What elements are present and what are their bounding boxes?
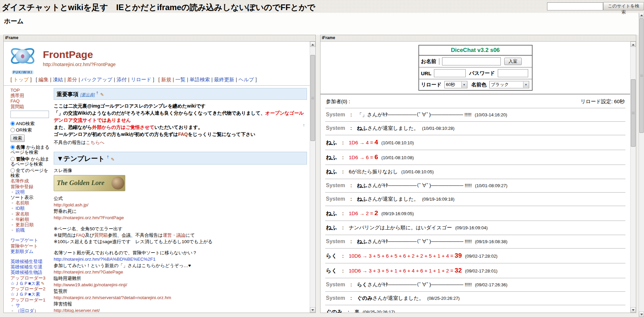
radio-button[interactable] bbox=[10, 121, 15, 126]
wiki-nav-link[interactable]: バックアップ bbox=[81, 77, 112, 82]
scroll-down-arrow-icon[interactable] bbox=[310, 307, 315, 313]
sidebar-link[interactable]: 質問箱 bbox=[10, 104, 24, 109]
sidebar-link[interactable]: 説明 bbox=[16, 190, 25, 195]
radio-button[interactable] bbox=[10, 128, 15, 132]
wiki-nav-link[interactable]: 単語検索 bbox=[190, 77, 210, 82]
wiki-nav-link[interactable]: リロード bbox=[131, 77, 151, 82]
sidebar-link[interactable]: TOP bbox=[10, 88, 20, 93]
wiki-nav-link[interactable]: トップ bbox=[13, 77, 29, 82]
participants-count: 参加者(0) : bbox=[326, 98, 350, 105]
sidebar-link[interactable]: 冒険中登録 bbox=[10, 184, 33, 189]
scroll-up-arrow-icon[interactable] bbox=[639, 12, 644, 18]
text-segment: さんが bbox=[367, 182, 383, 188]
text-segment: ねふ bbox=[357, 182, 367, 188]
scroll-up-arrow-icon[interactable] bbox=[310, 41, 315, 47]
radio-button[interactable] bbox=[10, 145, 15, 149]
sidebar-link[interactable]: 前職 bbox=[16, 228, 25, 233]
sidebar-search-scope-option[interactable]: AND検索 bbox=[10, 121, 50, 126]
sidebar-link[interactable]: ID順 bbox=[16, 206, 25, 211]
wiki-nav-link[interactable]: 編集 bbox=[38, 77, 49, 82]
sidebar-search-scope-option[interactable]: 名簿 から始まるページを検索 bbox=[10, 145, 50, 155]
wiki-paragraph: 公式http://gold.ash.jp/野垂れ死にhttp://notarej… bbox=[54, 195, 307, 221]
sidebar-link[interactable]: アップローダー3 bbox=[10, 276, 46, 281]
sidebar-search-scope-option[interactable]: OR検索 bbox=[10, 127, 50, 133]
chat-sender-name: System bbox=[326, 112, 345, 117]
sidebar-link[interactable]: （旧ロダ） bbox=[16, 308, 38, 313]
sidebar-link[interactable]: 英雄候補生引退 bbox=[10, 264, 43, 269]
chat-scrollbar[interactable] bbox=[630, 41, 636, 313]
sidebar-link[interactable]: 更新順ダム bbox=[10, 249, 33, 254]
section-anchor-link[interactable]: † bbox=[107, 155, 109, 159]
wiki-nav-link[interactable]: 一覧 bbox=[175, 77, 185, 82]
text-segment: 2 bbox=[375, 209, 378, 217]
chat-sender-name: ねふ bbox=[326, 210, 337, 216]
sidebar-link[interactable]: 家名順 bbox=[16, 211, 29, 217]
wiki-nav-link[interactable]: 差分 bbox=[67, 77, 77, 82]
name-color-select[interactable]: ブラック ▼ bbox=[489, 81, 529, 88]
url-input[interactable] bbox=[434, 69, 466, 77]
section-anchor-link[interactable]: † bbox=[96, 91, 98, 95]
chat-timestamp: (10/01-08:09:27) bbox=[474, 183, 508, 188]
edit-pencil-icon[interactable]: ✎ bbox=[111, 157, 114, 162]
site-search-input[interactable] bbox=[547, 2, 603, 10]
sidebar-link[interactable]: 冒険中ゲート bbox=[10, 243, 38, 249]
scroll-down-arrow-icon[interactable] bbox=[630, 307, 636, 313]
radio-button[interactable] bbox=[10, 157, 15, 161]
sidebar-link[interactable]: 名前順 bbox=[16, 200, 29, 205]
scroll-down-arrow-icon[interactable] bbox=[639, 312, 644, 317]
sidebar-search-input[interactable] bbox=[10, 111, 49, 118]
sidebar-link[interactable]: 英雄候補生登場 bbox=[10, 259, 43, 264]
sidebar-link[interactable]: サ bbox=[16, 303, 20, 308]
sidebar-link[interactable]: 携帯用 bbox=[10, 93, 24, 98]
chat-separator: ： bbox=[349, 196, 354, 202]
edit-pencil-icon[interactable]: ✎ bbox=[100, 92, 104, 97]
sidebar-link[interactable]: ワープゲート bbox=[10, 238, 38, 243]
wiki-nav-link[interactable]: ヘルプ bbox=[238, 77, 254, 82]
name-input[interactable] bbox=[442, 57, 501, 65]
sidebar-link[interactable]: ☆ＪＧＰ■ス素 bbox=[10, 281, 40, 286]
wiki-nav-link[interactable]: 新規 bbox=[161, 77, 171, 82]
sidebar-link[interactable]: FAQ bbox=[10, 98, 20, 104]
text-segment: http://notarejini.orz.hm/?%BA%BD%BE%EC%2… bbox=[54, 257, 156, 262]
edit-pencil-icon[interactable]: ✎ bbox=[41, 281, 45, 286]
chat-message: ねふ：1D6 → 4 = 4 (10/01-08:10:10) bbox=[325, 135, 625, 150]
sidebar-link[interactable]: 名簿作成 bbox=[10, 178, 29, 183]
scroll-up-arrow-icon[interactable] bbox=[630, 41, 636, 47]
enter-room-button[interactable]: 入室 bbox=[504, 58, 522, 65]
sidebar-search-scope-option[interactable]: 冒険中 から始まるページを検索 bbox=[10, 156, 50, 167]
reload-select[interactable]: 60秒 ▼ bbox=[444, 81, 467, 88]
sidebar-link[interactable]: 英雄候補生物語 bbox=[10, 270, 43, 275]
wiki-page-url[interactable]: http://notarejini.orz.hm/?FrontPage bbox=[43, 62, 116, 67]
radio-button[interactable] bbox=[10, 168, 15, 173]
sidebar-search-button[interactable]: 検索 bbox=[10, 135, 25, 142]
citation-needed-link[interactable]: [要出典] bbox=[80, 92, 95, 97]
sidebar-list-item: ☆ＪＧＰ■ス素 bbox=[10, 292, 46, 297]
site-search-button[interactable]: このサイトを検索 bbox=[603, 2, 644, 10]
wiki-nav-link[interactable]: 添付 bbox=[117, 77, 127, 82]
chevron-down-icon: ▼ bbox=[461, 82, 467, 88]
sidebar-link[interactable]: 更新日順 bbox=[16, 222, 34, 227]
sidebar-link[interactable]: アップローダー2 bbox=[10, 286, 46, 291]
scrollbar-thumb[interactable] bbox=[310, 55, 315, 141]
pukiwiki-logo[interactable]: PUKIWIKI bbox=[6, 44, 39, 75]
page-scrollbar[interactable] bbox=[639, 12, 644, 317]
wiki-page-title[interactable]: FrontPage bbox=[43, 49, 116, 60]
wiki-nav-link[interactable]: 凍結 bbox=[53, 77, 63, 82]
chat-timestamp: (08/25-20:26:17) bbox=[361, 310, 395, 313]
password-input[interactable] bbox=[498, 69, 528, 77]
sidebar-search-scope-option[interactable]: 全てのページを検索 bbox=[10, 168, 50, 178]
scrollbar-thumb[interactable] bbox=[639, 18, 644, 133]
chat-sender-name: System bbox=[326, 125, 345, 131]
wiki-nav-link[interactable]: 最終更新 bbox=[214, 77, 234, 82]
sidebar-list-item: アップローダー1 bbox=[10, 297, 46, 302]
sidebar-list-item: 更新日順 bbox=[10, 222, 50, 227]
text-segment: さんが bbox=[367, 282, 383, 287]
sidebar-link[interactable]: 年齢順 bbox=[16, 217, 29, 222]
text-segment: http://www19.atwiki.jp/notarejini-rinji/ bbox=[54, 282, 127, 287]
home-link[interactable]: ホーム bbox=[4, 17, 24, 26]
back-to-top-link[interactable]: ↑ bbox=[303, 121, 305, 128]
wiki-scrollbar[interactable] bbox=[310, 41, 315, 313]
scrollbar-thumb[interactable] bbox=[631, 79, 636, 147]
sidebar-link[interactable]: アップローダー1 bbox=[10, 297, 46, 302]
sidebar-link[interactable]: ☆ＪＧＰ■ス素 bbox=[10, 292, 40, 297]
